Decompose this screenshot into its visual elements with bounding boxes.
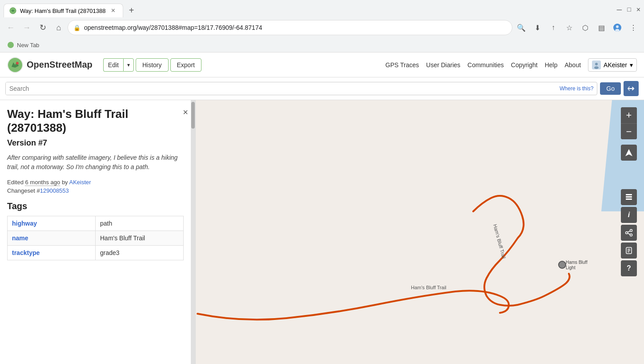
edited-time: 6 months ago: [25, 179, 60, 186]
svg-point-3: [615, 29, 620, 32]
svg-point-22: [630, 234, 632, 236]
window-maximize[interactable]: □: [627, 6, 631, 14]
user-menu[interactable]: AKeister ▾: [588, 58, 637, 72]
tag-key-1[interactable]: name: [8, 231, 96, 246]
gps-traces-link[interactable]: GPS Traces: [386, 61, 419, 69]
search-input-wrap: Where is this?: [5, 82, 597, 95]
reload-button[interactable]: ↻: [36, 20, 50, 35]
browser-controls: ← → ↻ ⌂ 🔒 openstreetmap.org/way/28701388…: [0, 17, 644, 38]
map-zoom-controls: + −: [621, 107, 637, 139]
window-close[interactable]: ×: [636, 6, 640, 14]
layers-button[interactable]: [621, 189, 637, 205]
user-avatar-icon: [592, 61, 601, 69]
tab-bar: Way: Ham's Bluff Trail (28701388 × + ─ □…: [0, 0, 644, 17]
info-button[interactable]: i: [621, 207, 637, 223]
go-button[interactable]: Go: [600, 82, 621, 95]
where-is-this-link[interactable]: Where is this?: [556, 85, 597, 92]
url-display: openstreetmap.org/way/28701388#map=18/17…: [84, 24, 507, 31]
tab-close-btn[interactable]: ×: [109, 7, 117, 15]
changeset-link[interactable]: 129008553: [40, 187, 69, 194]
about-link[interactable]: About: [564, 61, 581, 69]
home-button[interactable]: ⌂: [52, 20, 66, 35]
edited-prefix: Edited: [7, 179, 25, 186]
window-minimize[interactable]: ─: [617, 6, 622, 14]
forward-button[interactable]: →: [20, 20, 34, 35]
export-button[interactable]: Export: [170, 58, 201, 72]
svg-text:Light: Light: [566, 265, 576, 270]
extensions-btn[interactable]: ⬡: [578, 20, 592, 35]
svg-rect-18: [626, 196, 632, 198]
changeset-info: Changeset #129008553: [7, 187, 184, 194]
description-text: After comparing with satellite imagery, …: [7, 153, 184, 172]
user-diaries-link[interactable]: User Diaries: [426, 61, 460, 69]
new-tab-btn[interactable]: +: [125, 4, 138, 17]
new-tab-bar: New Tab: [0, 38, 644, 52]
share-browser-btn[interactable]: ↑: [546, 20, 560, 35]
user-name: AKeister: [604, 61, 627, 69]
osm-logo-icon: [7, 57, 23, 73]
query-button[interactable]: ?: [621, 260, 637, 276]
osm-logo[interactable]: OpenStreetMap: [7, 57, 93, 73]
edit-button[interactable]: Edit: [103, 58, 123, 72]
new-tab-icon: [7, 41, 14, 49]
share-map-button[interactable]: [621, 225, 637, 241]
editor-link[interactable]: AKeister: [69, 179, 91, 186]
notes-icon: [625, 247, 633, 255]
new-tab-link[interactable]: New Tab: [4, 40, 43, 50]
sidebar-browser-btn[interactable]: ▤: [594, 20, 608, 35]
sidebar: × Way: Ham's Bluff Trail (28701388) Vers…: [0, 100, 196, 364]
scroll-thumb: [191, 102, 195, 129]
download-btn[interactable]: ⬇: [530, 20, 544, 35]
back-button[interactable]: ←: [4, 20, 18, 35]
map-side-controls: i ?: [621, 189, 637, 276]
tag-key-0[interactable]: highway: [8, 216, 96, 231]
main-layout: × Way: Ham's Bluff Trail (28701388) Vers…: [0, 100, 644, 364]
svg-point-7: [16, 62, 19, 65]
scroll-handle[interactable]: [191, 100, 195, 364]
communities-link[interactable]: Communities: [467, 61, 504, 69]
active-tab[interactable]: Way: Ham's Bluff Trail (28701388 ×: [4, 4, 123, 17]
table-row: tracktypegrade3: [8, 246, 184, 260]
search-input[interactable]: [6, 82, 556, 95]
notes-button[interactable]: [621, 243, 637, 259]
bookmark-btn[interactable]: ☆: [562, 20, 576, 35]
zoom-out-button[interactable]: −: [621, 123, 637, 139]
help-link[interactable]: Help: [545, 61, 558, 69]
history-button[interactable]: History: [136, 58, 169, 72]
version-label: Version #7: [7, 138, 184, 148]
svg-line-24: [628, 233, 630, 235]
svg-point-21: [626, 232, 628, 234]
svg-text:Hams Bluff: Hams Bluff: [566, 260, 588, 265]
share-icon: [625, 229, 633, 237]
svg-point-4: [8, 42, 14, 48]
menu-btn[interactable]: ⋮: [626, 20, 640, 35]
tags-table: highwaypathnameHam's Bluff Trailtracktyp…: [7, 216, 184, 260]
query-icon: ?: [627, 264, 631, 272]
tag-key-2[interactable]: tracktype: [8, 246, 96, 260]
profile-btn[interactable]: [610, 20, 624, 35]
osm-logo-text: OpenStreetMap: [27, 60, 93, 70]
trail-svg: Ham's Bluff Trail Ham's Bluff Trail Hams…: [196, 100, 644, 364]
svg-rect-17: [626, 194, 632, 195]
search-browser-btn[interactable]: 🔍: [514, 20, 528, 35]
directions-button[interactable]: [624, 81, 639, 96]
svg-point-10: [594, 66, 599, 69]
address-bar[interactable]: 🔒 openstreetmap.org/way/28701388#map=18/…: [68, 20, 512, 35]
locate-button[interactable]: [621, 145, 637, 161]
tag-value-2: grade3: [96, 246, 184, 260]
svg-point-20: [630, 230, 632, 232]
search-bar: Where is this? Go: [0, 77, 644, 100]
edit-info: Edited 6 months ago by AKeister: [7, 179, 184, 186]
info-icon: i: [628, 211, 630, 219]
way-title: Way: Ham's Bluff Trail (28701388): [7, 107, 184, 135]
zoom-in-button[interactable]: +: [621, 107, 637, 123]
map-container[interactable]: Ham's Bluff Trail Ham's Bluff Trail Hams…: [196, 100, 644, 364]
tags-section: Tags highwaypathnameHam's Bluff Trailtra…: [7, 201, 184, 260]
osm-header: OpenStreetMap Edit ▾ History Export GPS …: [0, 53, 644, 77]
svg-line-23: [628, 231, 630, 232]
copyright-link[interactable]: Copyright: [511, 61, 538, 69]
changeset-prefix: Changeset #: [7, 187, 40, 194]
sidebar-close-btn[interactable]: ×: [183, 107, 188, 117]
svg-text:Ham's Bluff Trail: Ham's Bluff Trail: [411, 285, 447, 290]
edit-dropdown-arrow[interactable]: ▾: [123, 58, 134, 72]
